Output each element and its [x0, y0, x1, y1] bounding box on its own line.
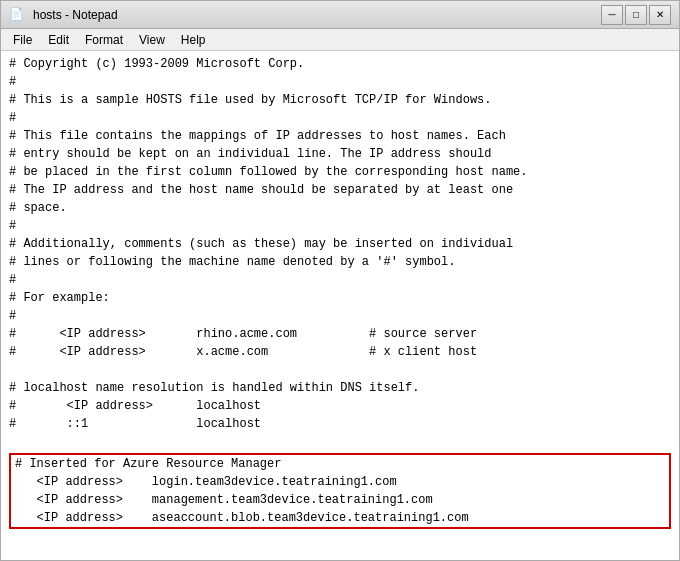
- close-button[interactable]: ✕: [649, 5, 671, 25]
- text-line: # <IP address> localhost: [9, 397, 671, 415]
- highlight-line: <IP address> login.team3device.teatraini…: [15, 473, 665, 491]
- text-line: #: [9, 307, 671, 325]
- text-line: [9, 433, 671, 451]
- text-line: #: [9, 109, 671, 127]
- text-line: # For example:: [9, 289, 671, 307]
- highlight-line: # Inserted for Azure Resource Manager: [15, 455, 665, 473]
- title-bar-text: hosts - Notepad: [33, 8, 118, 22]
- title-bar: 📄 hosts - Notepad ─ □ ✕: [1, 1, 679, 29]
- minimize-button[interactable]: ─: [601, 5, 623, 25]
- app-icon: 📄: [9, 7, 25, 23]
- text-line: # be placed in the first column followed…: [9, 163, 671, 181]
- menu-help[interactable]: Help: [173, 31, 214, 49]
- text-line: # lines or following the machine name de…: [9, 253, 671, 271]
- menu-edit[interactable]: Edit: [40, 31, 77, 49]
- text-editor[interactable]: # Copyright (c) 1993-2009 Microsoft Corp…: [1, 51, 679, 560]
- text-line: # entry should be kept on an individual …: [9, 145, 671, 163]
- text-line: # <IP address> x.acme.com # x client hos…: [9, 343, 671, 361]
- menu-file[interactable]: File: [5, 31, 40, 49]
- title-bar-controls: ─ □ ✕: [601, 5, 671, 25]
- text-line: # Additionally, comments (such as these)…: [9, 235, 671, 253]
- text-line: # Copyright (c) 1993-2009 Microsoft Corp…: [9, 55, 671, 73]
- notepad-window: 📄 hosts - Notepad ─ □ ✕ File Edit Format…: [0, 0, 680, 561]
- maximize-button[interactable]: □: [625, 5, 647, 25]
- text-line: #: [9, 271, 671, 289]
- text-line: #: [9, 217, 671, 235]
- text-line: #: [9, 73, 671, 91]
- menu-bar: File Edit Format View Help: [1, 29, 679, 51]
- text-line: # <IP address> rhino.acme.com # source s…: [9, 325, 671, 343]
- text-line: # space.: [9, 199, 671, 217]
- menu-view[interactable]: View: [131, 31, 173, 49]
- menu-format[interactable]: Format: [77, 31, 131, 49]
- highlighted-section: # Inserted for Azure Resource Manager <I…: [9, 453, 671, 529]
- text-line: # This is a sample HOSTS file used by Mi…: [9, 91, 671, 109]
- highlight-line: <IP address> management.team3device.teat…: [15, 491, 665, 509]
- text-line: [9, 361, 671, 379]
- text-line: # localhost name resolution is handled w…: [9, 379, 671, 397]
- text-line: # ::1 localhost: [9, 415, 671, 433]
- text-line: # The IP address and the host name shoul…: [9, 181, 671, 199]
- highlight-line: <IP address> aseaccount.blob.team3device…: [15, 509, 665, 527]
- text-line: # This file contains the mappings of IP …: [9, 127, 671, 145]
